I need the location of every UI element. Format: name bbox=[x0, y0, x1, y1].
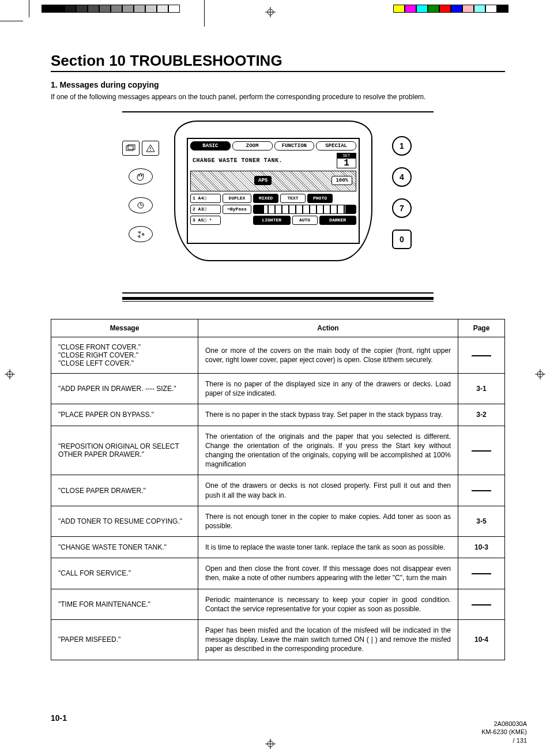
ratio-indicator: 100% bbox=[331, 176, 352, 185]
colorbar-left bbox=[42, 5, 180, 13]
set-counter: SET 1 bbox=[337, 153, 356, 168]
action-cell: There is not enough toner in the copier … bbox=[198, 506, 458, 536]
warning-icon bbox=[142, 141, 159, 156]
page-ref-cell bbox=[458, 589, 505, 619]
page-ref-cell: 10-3 bbox=[458, 537, 505, 558]
recycle-icon bbox=[129, 226, 153, 242]
tab-function[interactable]: FUNCTION bbox=[274, 141, 315, 151]
intro-text: If one of the following messages appears… bbox=[51, 93, 505, 101]
col-header-page: Page bbox=[458, 319, 505, 337]
colorbar-right bbox=[393, 5, 508, 13]
sub-heading: 1. Messages during copying bbox=[51, 80, 505, 89]
page-ref-blank bbox=[472, 490, 491, 491]
message-cell: "PLACE PAPER ON BYPASS." bbox=[51, 404, 198, 426]
page-ref-cell: 3-1 bbox=[458, 374, 505, 404]
message-cell: "CALL FOR SERVICE." bbox=[51, 558, 198, 589]
table-row: "TIME FOR MAINTENANCE."Periodic maintena… bbox=[51, 589, 505, 619]
tab-special[interactable]: SPECIAL bbox=[316, 141, 356, 151]
message-cell: "ADD PAPER IN DRAWER. ---- SIZE." bbox=[51, 374, 198, 404]
troubleshooting-table: Message Action Page "CLOSE FRONT COVER."… bbox=[51, 319, 505, 660]
table-row: "CLOSE FRONT COVER." "CLOSE RIGHT COVER.… bbox=[51, 337, 505, 374]
table-row: "REPOSITION ORIGINAL OR SELECT OTHER PAP… bbox=[51, 426, 505, 475]
crop-mark bbox=[29, 0, 29, 17]
page-ref-cell bbox=[458, 426, 505, 475]
numpad-0[interactable]: 0 bbox=[392, 230, 412, 249]
message-cell: "CLOSE PAPER DRAWER." bbox=[51, 475, 198, 506]
page-ref-blank bbox=[472, 355, 491, 356]
crop-mark bbox=[0, 21, 23, 21]
option-bypass[interactable]: ↪ByPass bbox=[223, 205, 251, 214]
touch-panel: BASIC ZOOM FUNCTION SPECIAL CHANGE WASTE… bbox=[174, 121, 372, 261]
aps-indicator: APS bbox=[254, 176, 272, 185]
svg-rect-12 bbox=[126, 146, 133, 151]
registration-mark-icon bbox=[535, 369, 545, 379]
message-cell: "TIME FOR MAINTENANCE." bbox=[51, 589, 198, 619]
page-ref-blank bbox=[472, 573, 491, 574]
action-cell: There is no paper in the stack bypass tr… bbox=[198, 404, 458, 426]
section-title: Section 10 TROUBLESHOOTING bbox=[51, 52, 505, 72]
preview-area: APS 100% bbox=[190, 171, 356, 191]
table-row: "ADD PAPER IN DRAWER. ---- SIZE."There i… bbox=[51, 374, 505, 404]
registration-mark-icon bbox=[265, 7, 276, 17]
option-text[interactable]: TEXT bbox=[280, 194, 306, 203]
numpad-4[interactable]: 4 bbox=[392, 167, 412, 187]
option-mixed[interactable]: MIXED bbox=[253, 194, 278, 203]
action-cell: One of the drawers or decks is not close… bbox=[198, 475, 458, 506]
numpad-1[interactable]: 1 bbox=[392, 136, 412, 156]
col-header-message: Message bbox=[51, 319, 198, 337]
panel-message: CHANGE WASTE TONER TANK. bbox=[190, 156, 334, 165]
col-header-action: Action bbox=[198, 319, 458, 337]
paper-slot-1[interactable]: 1 A4▢ bbox=[190, 194, 221, 203]
svg-point-16 bbox=[150, 150, 151, 151]
message-cell: "PAPER MISFEED." bbox=[51, 620, 198, 660]
crop-mark bbox=[204, 0, 205, 27]
option-darker[interactable]: DARKER bbox=[319, 216, 357, 225]
paper-slot-2[interactable]: 2 A3▢ bbox=[190, 205, 221, 214]
action-cell: Periodic maintenance is necessary to kee… bbox=[198, 589, 458, 619]
exposure-scale[interactable] bbox=[253, 205, 356, 214]
tab-basic[interactable]: BASIC bbox=[190, 141, 231, 151]
option-auto[interactable]: AUTO bbox=[292, 216, 318, 225]
action-cell: Open and then close the front cover. If … bbox=[198, 558, 458, 589]
action-cell: It is time to replace the waste toner ta… bbox=[198, 537, 458, 558]
page-ref-cell: 3-2 bbox=[458, 404, 505, 426]
footer-codes: 2A080030A KM-6230 (KME) / 131 bbox=[481, 720, 527, 744]
page-ref-cell bbox=[458, 475, 505, 506]
panel-figure: BASIC ZOOM FUNCTION SPECIAL CHANGE WASTE… bbox=[122, 111, 434, 302]
table-row: "PAPER MISFEED."Paper has been misfed an… bbox=[51, 620, 505, 660]
action-cell: The orientation of the originals and the… bbox=[198, 426, 458, 475]
page-ref-cell: 10-4 bbox=[458, 620, 505, 660]
table-row: "PLACE PAPER ON BYPASS."There is no pape… bbox=[51, 404, 505, 426]
message-cell: "REPOSITION ORIGINAL OR SELECT OTHER PAP… bbox=[51, 426, 198, 475]
table-row: "CHANGE WASTE TONER TANK."It is time to … bbox=[51, 537, 505, 558]
page-ref-blank bbox=[472, 450, 491, 452]
hand-icon bbox=[129, 168, 153, 185]
clock-icon bbox=[129, 197, 153, 213]
table-row: "CALL FOR SERVICE."Open and then close t… bbox=[51, 558, 505, 589]
action-cell: Paper has been misfed and the location o… bbox=[198, 620, 458, 660]
option-lighter[interactable]: LIGHTER bbox=[253, 216, 291, 225]
option-photo[interactable]: PHOTO bbox=[307, 194, 333, 203]
message-cell: "CHANGE WASTE TONER TANK." bbox=[51, 537, 198, 558]
page-ref-cell: 3-5 bbox=[458, 506, 505, 536]
table-row: "CLOSE PAPER DRAWER."One of the drawers … bbox=[51, 475, 505, 506]
paper-slot-3[interactable]: 3 A5▢ * bbox=[190, 216, 221, 225]
message-cell: "ADD TONER TO RESUME COPYING." bbox=[51, 506, 198, 536]
option-duplex[interactable]: DUPLEX bbox=[223, 194, 251, 203]
page-ref-cell bbox=[458, 337, 505, 374]
svg-rect-13 bbox=[128, 145, 135, 149]
registration-mark-icon bbox=[5, 369, 15, 379]
tab-zoom[interactable]: ZOOM bbox=[232, 141, 273, 151]
touch-screen[interactable]: BASIC ZOOM FUNCTION SPECIAL CHANGE WASTE… bbox=[187, 138, 360, 244]
numpad-7[interactable]: 7 bbox=[392, 198, 412, 218]
table-row: "ADD TONER TO RESUME COPYING."There is n… bbox=[51, 506, 505, 536]
action-cell: There is no paper of the displayed size … bbox=[198, 374, 458, 404]
registration-mark-icon bbox=[265, 739, 276, 749]
page-ref-cell bbox=[458, 558, 505, 589]
action-cell: One or more of the covers on the main bo… bbox=[198, 337, 458, 374]
page-number: 10-1 bbox=[51, 713, 67, 723]
message-cell: "CLOSE FRONT COVER." "CLOSE RIGHT COVER.… bbox=[51, 337, 198, 374]
page-stack-icon bbox=[122, 141, 140, 156]
page-ref-blank bbox=[472, 604, 491, 605]
